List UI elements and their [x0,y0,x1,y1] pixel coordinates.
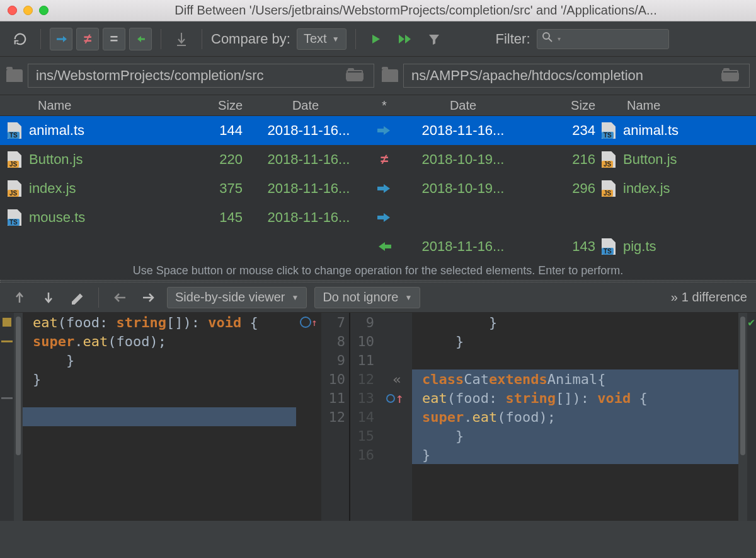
code-line[interactable]: } [412,426,738,445]
hint-text: Use Space button or mouse click to chang… [0,261,756,280]
line-number: 7 [321,313,345,332]
arrow-left-icon[interactable] [109,287,130,308]
separator [161,29,161,49]
code-line[interactable]: super.eat(food); [412,407,738,426]
next-diff-icon[interactable] [38,287,59,308]
code-line[interactable]: class Cat extends Animal{ [412,369,738,388]
viewer-mode-value: Side-by-side viewer [175,290,285,305]
header-op[interactable]: * [369,95,400,115]
copy-right-icon[interactable] [50,28,72,50]
code-line[interactable]: } [23,351,296,369]
run-icon[interactable] [365,28,387,50]
svg-rect-2 [377,187,384,190]
left-path-input[interactable]: ins/WebstormProjects/completion/src [28,64,374,88]
file-date: 2018-11-16... [268,151,350,168]
center-gutter: «↑ [378,313,412,521]
svg-rect-1 [377,129,384,132]
edit-source-icon[interactable] [67,287,88,308]
minimize-window-icon[interactable] [23,6,33,15]
right-status-gutter: ✔ [747,313,756,521]
header-name-right[interactable]: Name [595,95,756,115]
header-date-left[interactable]: Date [243,95,369,115]
separator [202,29,202,49]
chevron-down-icon: ▾ [558,35,561,42]
right-scrollbar[interactable] [738,313,747,521]
file-date: 2018-11-16... [268,180,350,197]
history-icon[interactable]: ↑ [296,313,321,332]
jump-down-icon[interactable] [170,28,193,50]
left-editor[interactable]: eat(food: string[]): void { super.eat(fo… [23,313,296,521]
arrow-left-icon[interactable] [376,241,392,252]
arrow-right-icon[interactable] [376,212,392,223]
right-editor[interactable]: } }class Cat extends Animal{ eat(food: s… [412,313,738,521]
filter-input[interactable]: ▾ [537,29,669,49]
code-line[interactable]: eat(food: string[]): void { [412,388,738,407]
change-marker-icon [3,318,11,327]
code-line[interactable]: super.eat(food); [23,332,296,351]
code-line[interactable]: eat(food: string[]): void { [23,313,296,332]
chevron-down-icon: ▼ [332,35,340,44]
header-size-left[interactable]: Size [186,95,243,115]
ignore-mode-dropdown[interactable]: Do not ignore ▼ [314,287,420,308]
titlebar: Diff Between '/Users/jetbrains/WebstormP… [0,0,756,21]
table-header: Name Size Date * Date Size Name [0,95,756,116]
right-path-input[interactable]: ns/AMPPS/apache/htdocs/completion [403,64,750,88]
left-path-text: ins/WebstormProjects/completion/src [36,67,264,84]
copy-left-icon[interactable] [129,28,152,50]
code-line[interactable]: } [412,313,738,332]
table-row[interactable]: TSanimal.ts 144 2018-11-16... 2018-11-16… [0,116,756,145]
header-name-left[interactable]: Name [0,95,186,115]
left-pane[interactable]: eat(food: string[]): void { super.eat(fo… [23,313,349,521]
arrow-right-icon[interactable] [376,183,392,194]
table-row[interactable]: 2018-11-16... 143 TSpig.ts [0,232,756,261]
browse-dir-icon[interactable] [343,66,366,85]
equal-icon[interactable]: = [103,28,125,50]
not-equal-icon[interactable]: ≠ [76,28,99,50]
line-number: 11 [350,351,374,369]
right-line-numbers: 910111213141516 [350,313,378,521]
separator [355,29,356,49]
line-number: 12 [321,407,345,426]
code-line[interactable] [412,351,738,369]
close-window-icon[interactable] [8,6,17,15]
table-row[interactable]: JSindex.js 375 2018-11-16... 2018-10-19.… [0,174,756,203]
run-all-icon[interactable] [394,28,416,50]
header-date-right[interactable]: Date [400,95,526,115]
file-name: mouse.ts [29,209,85,226]
code-line[interactable]: } [23,369,296,388]
browse-dir-icon[interactable] [719,66,742,85]
refresh-icon[interactable] [9,28,32,50]
line-number: 11 [321,388,345,407]
right-path-text: ns/AMPPS/apache/htdocs/completion [411,67,643,84]
zoom-window-icon[interactable] [39,6,49,15]
table-row[interactable]: JSButton.js 220 2018-11-16... ≠ 2018-10-… [0,145,756,174]
header-size-right[interactable]: Size [526,95,595,115]
file-name: index.js [29,180,76,197]
arrow-right-icon[interactable] [138,287,159,308]
code-line[interactable]: } [412,332,738,351]
difference-count: 1 difference [682,290,747,305]
ts-file-icon: TS [8,209,21,226]
prev-diff-icon[interactable] [9,287,30,308]
right-pane[interactable]: } }class Cat extends Animal{ eat(food: s… [412,313,738,521]
compare-by-dropdown[interactable]: Text ▼ [297,28,346,50]
file-date: 2018-10-19... [422,151,505,168]
viewer-mode-dropdown[interactable]: Side-by-side viewer ▼ [167,287,307,308]
expand-icon[interactable]: » [671,290,675,305]
table-row[interactable]: TSmouse.ts 145 2018-11-16... [0,203,756,232]
file-date: 2018-11-16... [268,122,350,139]
history-icon[interactable]: ↑ [386,390,403,406]
code-line[interactable]: } [412,445,738,464]
filter-label: Filter: [496,31,530,47]
filter-icon[interactable] [423,28,445,50]
code-line[interactable] [23,388,296,407]
not-equal-icon[interactable]: ≠ [381,151,388,168]
code-line[interactable] [23,407,296,426]
js-file-icon: JS [8,151,21,168]
check-icon: ✔ [748,315,755,328]
left-scrollbar[interactable] [14,313,23,521]
arrow-right-icon[interactable] [376,125,392,136]
file-size: 144 [219,122,243,139]
ts-file-icon: TS [602,238,616,255]
chevron-left-icon[interactable]: « [392,371,397,387]
